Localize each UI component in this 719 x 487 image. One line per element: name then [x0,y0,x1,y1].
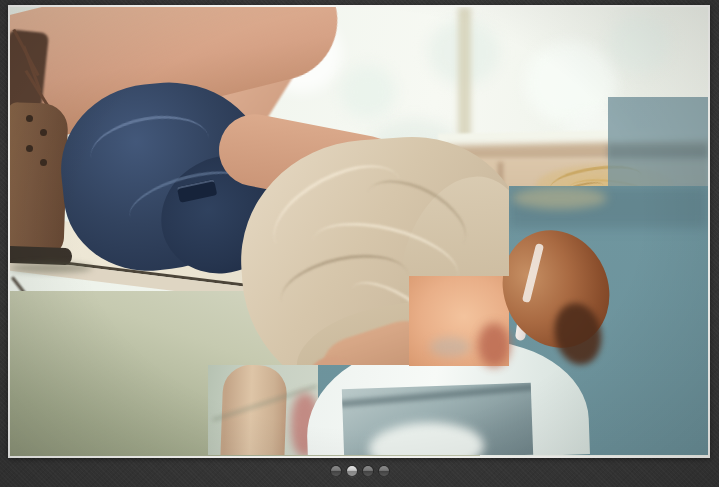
print-hair-highlight [368,420,485,456]
bw-photo-print [342,383,533,456]
slideshow-photo[interactable] [10,7,708,456]
bokeh-light [340,65,396,119]
pagination-dot-1[interactable] [331,466,341,476]
boot [10,102,69,256]
pagination-dot-3[interactable] [363,466,373,476]
boot-lace [40,129,47,136]
chest-blue-smudge [430,337,470,357]
boot-lace [26,145,33,152]
pagination-dot-2[interactable] [347,466,357,476]
bokeh-light [608,15,670,73]
boot-lace [40,159,47,166]
translucent-transition-tile [608,97,708,186]
tile-see-through-band [608,145,708,159]
hair-through-tile [512,187,607,209]
boot-shadow [10,263,92,273]
photo-frame [8,5,710,458]
boot-lace [26,115,33,122]
pagination-dot-4[interactable] [379,466,389,476]
chest-shadow [478,323,510,367]
pagination-dots [331,466,389,476]
forearm [220,364,287,456]
gallery-page: { "gallery": { "kind": "image-slideshow"… [0,0,719,487]
